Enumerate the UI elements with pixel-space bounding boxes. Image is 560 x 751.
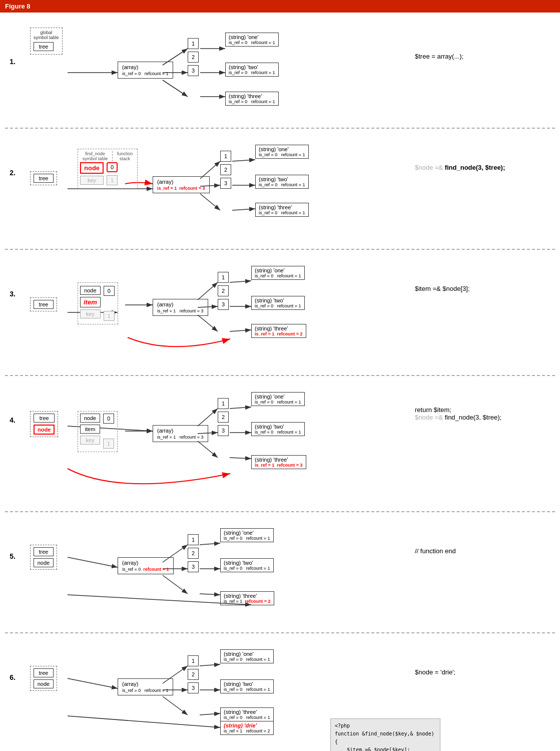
code-4: return $item; $node =& find_node(3, $tre… xyxy=(415,381,555,421)
tree-var-3: tree xyxy=(34,300,54,309)
svg-line-41 xyxy=(68,716,220,727)
svg-line-36 xyxy=(163,575,188,594)
svg-line-21 xyxy=(230,281,251,282)
svg-line-39 xyxy=(200,594,220,595)
code-6: $node = 'drie'; xyxy=(415,638,555,676)
svg-line-28 xyxy=(198,441,218,458)
figure-header: Figure 8 xyxy=(0,0,560,13)
svg-line-26 xyxy=(198,409,218,426)
svg-line-44 xyxy=(163,696,188,715)
row-number-5: 5. xyxy=(5,517,20,560)
svg-line-47 xyxy=(200,713,220,715)
svg-line-23 xyxy=(230,330,251,331)
svg-line-45 xyxy=(200,664,220,666)
svg-line-18 xyxy=(198,282,218,300)
svg-line-40 xyxy=(68,678,118,688)
svg-line-31 xyxy=(230,458,251,459)
svg-line-20 xyxy=(198,315,218,331)
diagram-5: tree node (array) is_ref = 0 refcount = … xyxy=(20,517,415,627)
svg-line-32 xyxy=(68,557,118,567)
diagram-4: tree node node item key 0 1 xyxy=(20,381,415,506)
row-1: 1. xyxy=(5,18,555,129)
svg-line-15 xyxy=(232,209,255,210)
svg-line-5 xyxy=(163,80,188,97)
svg-line-13 xyxy=(232,160,255,161)
diagram-3: tree node item key 0 1 xyxy=(20,255,415,370)
code-3: $item =& $node[3]; xyxy=(415,255,555,292)
row-3: 3. tree xyxy=(5,250,555,376)
svg-line-12 xyxy=(200,194,220,210)
code-5: // function end xyxy=(415,517,555,555)
code-2: $node =& find_node(3, $tree); xyxy=(415,134,555,171)
row-number-2: 2. xyxy=(5,134,20,177)
row-5: 5. tree node xyxy=(5,512,555,633)
diagram-2: tree find_nodesymbol table functionstack… xyxy=(20,134,415,244)
diagram-1: globalsymbol table tree (array) is_ref =… xyxy=(20,23,415,123)
svg-line-37 xyxy=(200,543,220,545)
row-4: 4. tree node xyxy=(5,376,555,512)
row-number-6: 6. xyxy=(5,638,20,681)
row-number-3: 3. xyxy=(5,255,20,298)
row-number-1: 1. xyxy=(5,23,20,66)
row-number-4: 4. xyxy=(5,381,20,424)
tree-var-1: tree xyxy=(34,42,54,51)
diagram-6: tree node (array) is_ref = 0 refcount = … xyxy=(20,638,415,751)
row-6: 6. tree node xyxy=(5,633,555,751)
svg-line-29 xyxy=(230,407,251,409)
row-2: 2. tree f xyxy=(5,129,555,250)
figure-title: Figure 8 xyxy=(5,3,31,10)
tree-var-2: tree xyxy=(34,174,54,183)
code-1: $tree = array(...); xyxy=(415,23,555,60)
